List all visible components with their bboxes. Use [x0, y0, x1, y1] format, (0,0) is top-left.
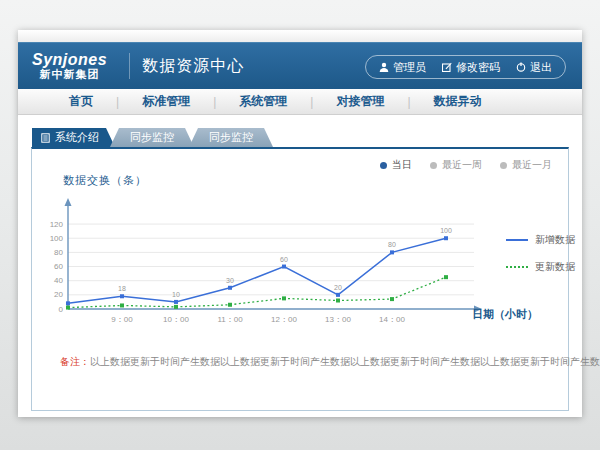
app-header: Synjones 新中新集团 数据资源中心 管理员 修改密码 [18, 42, 582, 89]
change-password-label: 修改密码 [456, 60, 500, 75]
tab-label: 同步监控 [209, 130, 253, 145]
time-range-filter: 当日 最近一周 最近一月 [380, 158, 552, 172]
nav-item-interface-mgmt[interactable]: 对接管理 [313, 93, 407, 110]
nav-item-data-change[interactable]: 数据异动 [411, 93, 505, 110]
legend-label: 新增数据 [535, 233, 575, 247]
document-icon [41, 133, 50, 143]
tab-system-intro[interactable]: 系统介绍 [32, 128, 115, 147]
change-password-button[interactable]: 修改密码 [442, 60, 500, 75]
user-menu[interactable]: 管理员 [379, 60, 426, 75]
radio-dot-icon [380, 162, 387, 169]
footnote: 备注：以上数据更新于时间产生数据以上数据更新于时间产生数据以上数据更新于时间产生… [60, 355, 600, 369]
footnote-prefix: 备注： [60, 356, 90, 367]
svg-text:11：00: 11：00 [217, 315, 243, 324]
svg-text:80: 80 [54, 248, 63, 257]
power-icon [516, 62, 526, 72]
svg-text:0: 0 [59, 305, 64, 314]
tab-label: 系统介绍 [55, 130, 99, 145]
svg-text:30: 30 [226, 277, 234, 284]
logo-name: Synjones [32, 52, 107, 69]
radio-dot-icon [500, 162, 507, 169]
nav-item-home[interactable]: 首页 [46, 93, 116, 110]
content-area: 系统介绍 同步监控 同步监控 当日 最近一周 [18, 115, 582, 417]
svg-text:20: 20 [334, 284, 342, 291]
logout-button[interactable]: 退出 [516, 60, 552, 75]
solid-line-icon [506, 239, 528, 241]
logout-label: 退出 [530, 60, 552, 75]
tab-label: 同步监控 [130, 130, 174, 145]
legend-label: 更新数据 [535, 260, 575, 274]
legend-item-updated-data: 更新数据 [506, 260, 575, 274]
tab-sync-monitor-1[interactable]: 同步监控 [110, 128, 194, 147]
company-logo: Synjones 新中新集团 [32, 52, 107, 80]
svg-text:60: 60 [54, 262, 63, 271]
svg-text:60: 60 [280, 256, 288, 263]
tab-sync-monitor-2[interactable]: 同步监控 [189, 128, 273, 147]
user-label: 管理员 [393, 60, 426, 75]
svg-text:9：00: 9：00 [111, 315, 133, 324]
svg-text:10: 10 [172, 291, 180, 298]
svg-text:14：00: 14：00 [379, 315, 405, 324]
svg-text:120: 120 [50, 220, 64, 229]
radio-dot-icon [430, 162, 437, 169]
app-title: 数据资源中心 [142, 56, 244, 77]
radio-label: 当日 [392, 158, 412, 172]
footnote-text: 以上数据更新于时间产生数据以上数据更新于时间产生数据以上数据更新于时间产生数据以… [90, 356, 600, 367]
main-nav: 首页 | 标准管理 | 系统管理 | 对接管理 | 数据异动 [18, 89, 582, 115]
legend-item-new-data: 新增数据 [506, 233, 575, 247]
radio-label: 最近一月 [512, 158, 552, 172]
radio-today[interactable]: 当日 [380, 158, 412, 172]
svg-text:100: 100 [50, 234, 64, 243]
tab-bar: 系统介绍 同步监控 同步监控 [32, 128, 569, 147]
dotted-line-icon [506, 266, 528, 268]
svg-text:12：00: 12：00 [271, 315, 297, 324]
svg-text:10：00: 10：00 [163, 315, 189, 324]
svg-text:40: 40 [54, 276, 63, 285]
svg-text:13：00: 13：00 [325, 315, 351, 324]
x-axis-title: 日期（小时） [472, 307, 538, 322]
user-icon [379, 62, 389, 72]
app-window: Synjones 新中新集团 数据资源中心 管理员 修改密码 [18, 30, 582, 417]
edit-icon [442, 62, 452, 72]
svg-text:18: 18 [118, 285, 126, 292]
radio-last-month[interactable]: 最近一月 [500, 158, 552, 172]
radio-label: 最近一周 [442, 158, 482, 172]
nav-item-system-mgmt[interactable]: 系统管理 [216, 93, 310, 110]
line-chart: 0204060801001209：0010：0011：0012：0013：001… [42, 191, 494, 341]
nav-item-standard-mgmt[interactable]: 标准管理 [119, 93, 213, 110]
svg-text:80: 80 [388, 241, 396, 248]
radio-last-week[interactable]: 最近一周 [430, 158, 482, 172]
y-axis-title: 数据交换（条） [63, 173, 147, 188]
svg-text:100: 100 [440, 227, 452, 234]
user-controls: 管理员 修改密码 退出 [365, 55, 566, 79]
series-legend: 新增数据 更新数据 [506, 233, 575, 287]
svg-text:20: 20 [54, 290, 63, 299]
logo-subtitle: 新中新集团 [32, 69, 107, 81]
chart-panel: 当日 最近一周 最近一月 数据交换（条） 0204060801001209：00… [31, 147, 569, 411]
window-top-strip [18, 30, 582, 42]
header-divider [129, 53, 130, 79]
